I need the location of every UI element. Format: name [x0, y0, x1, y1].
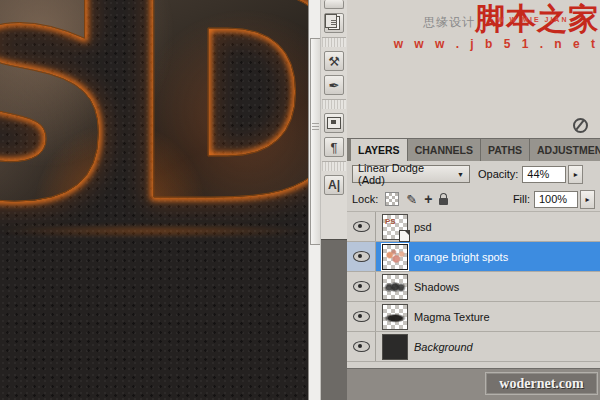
lava-underglow	[0, 226, 308, 236]
blend-mode-select[interactable]: Linear Dodge (Add) ▼	[352, 165, 470, 183]
lock-row: Lock: ✎ + Fill: 100% ▸	[347, 187, 600, 211]
brush-presets-icon[interactable]: ✒	[324, 75, 344, 95]
lock-image-pixels-icon[interactable]: ✎	[406, 192, 417, 207]
character-panel-icon[interactable]: A|	[324, 175, 344, 195]
eye-icon	[353, 341, 370, 352]
visibility-toggle[interactable]	[347, 242, 376, 271]
lock-label: Lock:	[352, 193, 378, 205]
watermark-gray-text: 思缘设计	[423, 14, 475, 31]
visibility-toggle[interactable]	[347, 272, 376, 301]
tab-adjustment[interactable]: ADJUSTMENT	[530, 139, 600, 161]
watermark-overlay-text: W W MIE JIAN	[497, 16, 568, 23]
paragraph-panel-icon[interactable]: ¶	[324, 137, 344, 157]
layer-row-magma-texture[interactable]: Magma Texture	[347, 302, 600, 332]
dock-separator	[322, 161, 346, 171]
clone-source-icon[interactable]	[324, 113, 344, 133]
eye-icon	[353, 251, 370, 262]
visibility-toggle[interactable]	[347, 332, 376, 361]
layers-panel: LAYERS CHANNELS PATHS ADJUSTMENT MA Line…	[347, 138, 600, 369]
visibility-toggle[interactable]	[347, 212, 376, 241]
tab-paths[interactable]: PATHS	[481, 139, 530, 161]
layer-name[interactable]: orange bright spots	[414, 251, 508, 263]
dock-separator	[322, 37, 346, 47]
photoshop-window: SD SD ⚒ ✒ ¶ A| 思缘设计	[0, 0, 600, 400]
eye-icon	[353, 311, 370, 322]
opacity-label: Opacity:	[478, 168, 518, 180]
canvas-vertical-scrollbar[interactable]	[308, 0, 320, 400]
layers-list: PS psd orange bright spots Shadows	[347, 211, 600, 362]
fill-input[interactable]: 100%	[534, 191, 578, 208]
layer-name[interactable]: Shadows	[414, 281, 459, 293]
eye-icon	[353, 221, 370, 232]
layer-thumbnail[interactable]	[382, 334, 408, 360]
layer-thumbnail[interactable]	[382, 244, 408, 270]
layer-row-orange-bright-spots[interactable]: orange bright spots	[347, 242, 600, 272]
wodernet-watermark: wodernet.com	[485, 372, 598, 395]
workspace-background-bottom: wodernet.com	[347, 369, 600, 400]
panel-dock-buttons: ⚒ ✒ ¶ A|	[321, 0, 347, 240]
clipped-panel-icon[interactable]	[324, 0, 344, 9]
lava-text-rock: SD	[0, 0, 308, 242]
smart-object-badge-icon	[399, 230, 410, 242]
layer-row-psd[interactable]: PS psd	[347, 212, 600, 242]
layer-name[interactable]: psd	[414, 221, 432, 233]
tab-layers[interactable]: LAYERS	[351, 139, 408, 161]
lock-transparent-pixels-icon[interactable]	[385, 192, 399, 206]
pages-icon	[328, 16, 340, 30]
chevron-down-icon: ▼	[457, 171, 464, 178]
opacity-slider-button[interactable]: ▸	[568, 165, 583, 184]
opacity-input[interactable]: 44%	[522, 166, 566, 183]
blend-mode-value: Linear Dodge (Add)	[358, 162, 453, 186]
watermark-url: w w w . j b 5 1 . n e t	[394, 37, 599, 51]
layer-name[interactable]: Magma Texture	[414, 311, 490, 323]
tab-channels[interactable]: CHANNELS	[408, 139, 481, 161]
tools-icon[interactable]: ⚒	[324, 51, 344, 71]
duplicate-pages-icon[interactable]	[324, 13, 344, 33]
visibility-toggle[interactable]	[347, 302, 376, 331]
clone-rect-icon	[327, 117, 341, 129]
workspace-background: 思缘设计 脚本之家 W W MIE JIAN w w w . j b 5 1 .…	[347, 0, 600, 138]
panel-dock: ⚒ ✒ ¶ A|	[320, 0, 347, 400]
slash-circle-icon	[573, 118, 588, 133]
fill-label: Fill:	[513, 193, 530, 205]
right-column: 思缘设计 脚本之家 W W MIE JIAN w w w . j b 5 1 .…	[347, 0, 600, 400]
dock-separator	[322, 99, 346, 109]
layer-row-background[interactable]: Background	[347, 332, 600, 362]
blend-mode-row: Linear Dodge (Add) ▼ Opacity: 44% ▸	[347, 161, 600, 187]
fill-slider-button[interactable]: ▸	[580, 190, 595, 209]
lock-position-icon[interactable]: +	[424, 194, 432, 204]
layer-thumbnail[interactable]	[382, 304, 408, 330]
watermark-brand-text: 脚本之家 W W MIE JIAN	[475, 4, 599, 34]
layer-row-shadows[interactable]: Shadows	[347, 272, 600, 302]
layer-thumbnail[interactable]	[382, 274, 408, 300]
site-watermark: 思缘设计 脚本之家 W W MIE JIAN w w w . j b 5 1 .…	[394, 4, 599, 51]
eye-icon	[353, 281, 370, 292]
panel-tab-bar: LAYERS CHANNELS PATHS ADJUSTMENT MA	[347, 139, 600, 161]
lock-all-icon[interactable]	[439, 193, 448, 205]
layer-thumbnail[interactable]: PS	[382, 214, 408, 240]
layer-name[interactable]: Background	[414, 341, 473, 353]
document-canvas[interactable]: SD SD	[0, 0, 308, 400]
